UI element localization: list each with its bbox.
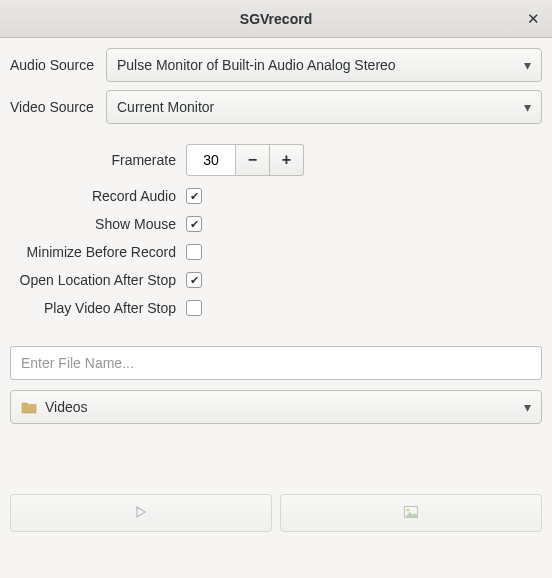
- framerate-spinner: − +: [186, 144, 304, 176]
- settings-block: Framerate − + Record Audio Show Mouse Mi…: [10, 144, 542, 316]
- video-source-label: Video Source: [10, 99, 106, 115]
- audio-source-combo[interactable]: Pulse Monitor of Built-in Audio Analog S…: [106, 48, 542, 82]
- framerate-row: Framerate − +: [10, 144, 542, 176]
- minimize-checkbox[interactable]: [186, 244, 202, 260]
- record-button[interactable]: [10, 494, 272, 532]
- close-icon: ✕: [527, 10, 540, 28]
- show-mouse-row: Show Mouse: [10, 216, 542, 232]
- svg-point-1: [407, 509, 410, 512]
- titlebar: SGVrecord ✕: [0, 0, 552, 38]
- play-video-checkbox[interactable]: [186, 300, 202, 316]
- open-location-checkbox[interactable]: [186, 272, 202, 288]
- audio-source-row: Audio Source Pulse Monitor of Built-in A…: [10, 48, 542, 82]
- chevron-down-icon: ▾: [524, 399, 531, 415]
- audio-source-value: Pulse Monitor of Built-in Audio Analog S…: [117, 57, 524, 73]
- screenshot-button[interactable]: [280, 494, 542, 532]
- image-icon: [404, 505, 418, 521]
- framerate-increment-button[interactable]: +: [270, 144, 304, 176]
- window-title: SGVrecord: [240, 11, 312, 27]
- video-source-row: Video Source Current Monitor ▾: [10, 90, 542, 124]
- chevron-down-icon: ▾: [524, 99, 531, 115]
- plus-icon: +: [282, 151, 291, 169]
- play-video-label: Play Video After Stop: [10, 300, 186, 316]
- record-audio-row: Record Audio: [10, 188, 542, 204]
- minimize-label: Minimize Before Record: [10, 244, 186, 260]
- close-button[interactable]: ✕: [524, 10, 542, 28]
- video-source-value: Current Monitor: [117, 99, 524, 115]
- open-location-label: Open Location After Stop: [10, 272, 186, 288]
- folder-combo[interactable]: Videos ▾: [10, 390, 542, 424]
- audio-source-label: Audio Source: [10, 57, 106, 73]
- framerate-decrement-button[interactable]: −: [236, 144, 270, 176]
- video-source-combo[interactable]: Current Monitor ▾: [106, 90, 542, 124]
- play-video-row: Play Video After Stop: [10, 300, 542, 316]
- framerate-label: Framerate: [10, 152, 186, 168]
- record-audio-checkbox[interactable]: [186, 188, 202, 204]
- folder-icon: [21, 401, 37, 414]
- minimize-row: Minimize Before Record: [10, 244, 542, 260]
- filename-input[interactable]: [10, 346, 542, 380]
- show-mouse-label: Show Mouse: [10, 216, 186, 232]
- chevron-down-icon: ▾: [524, 57, 531, 73]
- play-icon: [135, 505, 147, 521]
- open-location-row: Open Location After Stop: [10, 272, 542, 288]
- framerate-input[interactable]: [186, 144, 236, 176]
- show-mouse-checkbox[interactable]: [186, 216, 202, 232]
- minus-icon: −: [248, 151, 257, 169]
- folder-label: Videos: [45, 399, 524, 415]
- action-buttons: [10, 494, 542, 532]
- content-area: Audio Source Pulse Monitor of Built-in A…: [0, 38, 552, 542]
- record-audio-label: Record Audio: [10, 188, 186, 204]
